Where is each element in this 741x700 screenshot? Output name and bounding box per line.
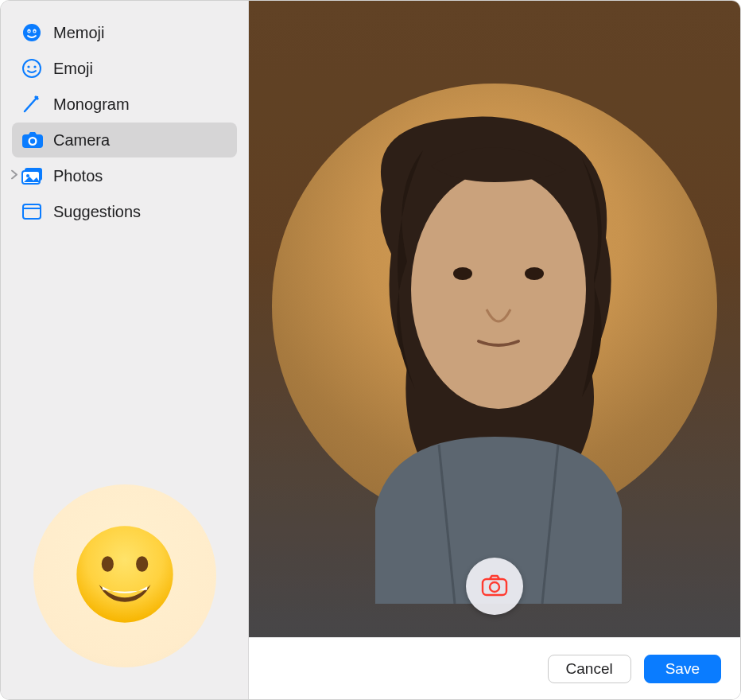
svg-point-13 xyxy=(26,174,29,177)
svg-point-17 xyxy=(101,556,113,572)
sidebar-item-label: Monogram xyxy=(53,95,130,114)
camera-shutter-icon xyxy=(481,574,508,599)
sidebar-item-label: Emoji xyxy=(53,60,93,78)
svg-point-3 xyxy=(29,31,30,33)
monogram-icon xyxy=(21,94,45,115)
sidebar-item-photos[interactable]: Photos xyxy=(12,158,237,193)
avatar-picker-window: Memoji Emoji Monogram Camera xyxy=(0,0,741,700)
save-button[interactable]: Save xyxy=(644,655,721,683)
sidebar-item-label: Memoji xyxy=(53,24,104,42)
svg-rect-14 xyxy=(23,204,41,219)
sidebar: Memoji Emoji Monogram Camera xyxy=(1,1,249,699)
emoji-icon xyxy=(21,58,45,79)
camera-icon xyxy=(21,131,45,149)
svg-point-0 xyxy=(23,24,41,41)
svg-point-5 xyxy=(23,60,41,77)
chevron-right-icon xyxy=(10,170,18,182)
photos-icon xyxy=(21,167,45,185)
svg-point-23 xyxy=(490,582,499,592)
svg-point-4 xyxy=(34,31,36,33)
camera-preview xyxy=(249,1,740,637)
svg-point-18 xyxy=(136,556,148,572)
svg-point-10 xyxy=(30,138,35,143)
sidebar-item-suggestions[interactable]: Suggestions xyxy=(12,194,237,229)
memoji-icon xyxy=(21,22,45,43)
sidebar-item-memoji[interactable]: Memoji xyxy=(12,15,237,50)
svg-point-21 xyxy=(525,267,544,280)
sidebar-item-camera[interactable]: Camera xyxy=(12,122,237,158)
sidebar-item-emoji[interactable]: Emoji xyxy=(12,51,237,86)
sidebar-item-label: Suggestions xyxy=(53,203,141,221)
camera-subject-placeholder xyxy=(272,95,717,607)
main-panel: Cancel Save xyxy=(249,1,740,699)
capture-button[interactable] xyxy=(466,558,523,615)
suggestions-icon xyxy=(21,203,45,220)
sidebar-item-label: Camera xyxy=(53,131,110,150)
sidebar-list: Memoji Emoji Monogram Camera xyxy=(12,15,237,229)
svg-point-16 xyxy=(76,526,173,622)
grinning-face-emoji-icon xyxy=(73,523,177,629)
svg-point-7 xyxy=(33,65,36,68)
svg-rect-15 xyxy=(23,208,41,209)
current-avatar-preview xyxy=(33,484,216,667)
svg-point-19 xyxy=(411,170,586,409)
svg-point-20 xyxy=(453,267,472,280)
svg-point-6 xyxy=(27,65,29,68)
cancel-button[interactable]: Cancel xyxy=(548,655,631,683)
footer: Cancel Save xyxy=(249,637,740,699)
sidebar-item-label: Photos xyxy=(53,167,103,185)
sidebar-item-monogram[interactable]: Monogram xyxy=(12,87,237,122)
